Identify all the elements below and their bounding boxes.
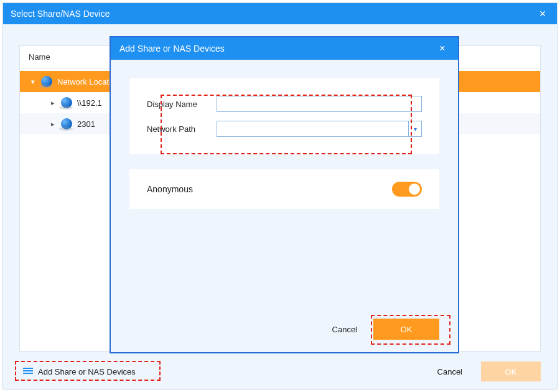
form-panel: Display Name Network Path ▾	[129, 78, 439, 154]
globe-icon	[61, 97, 72, 108]
list-icon	[23, 368, 33, 375]
display-name-label: Display Name	[147, 100, 217, 109]
chevron-down-icon: ▾	[29, 78, 37, 86]
ok-button[interactable]: OK	[481, 362, 541, 381]
add-share-dialog: Add Share or NAS Devices × Display Name …	[110, 36, 459, 353]
add-share-title: Add Share or NAS Devices	[119, 44, 436, 54]
add-share-link[interactable]: Add Share or NAS Devices	[19, 365, 139, 379]
close-icon[interactable]: ×	[536, 7, 549, 21]
tree-item-label: 2301	[77, 119, 95, 129]
globe-icon	[41, 76, 52, 87]
add-share-link-label: Add Share or NAS Devices	[38, 367, 136, 376]
chevron-right-icon: ▸	[49, 99, 57, 107]
tree-item-label: \\192.1	[77, 98, 102, 108]
anonymous-label: Anonymous	[147, 184, 392, 194]
dropdown-icon[interactable]: ▾	[408, 121, 422, 137]
toggle-knob	[409, 184, 420, 195]
select-share-header: Select Share/NAS Device ×	[3, 3, 557, 24]
globe-icon	[61, 118, 72, 129]
anonymous-toggle[interactable]	[392, 182, 422, 197]
anonymous-panel: Anonymous	[129, 169, 439, 209]
network-path-combo: ▾	[217, 121, 422, 137]
network-path-row: Network Path ▾	[147, 121, 422, 137]
cancel-button[interactable]: Cancel	[437, 367, 462, 376]
select-share-footer: Add Share or NAS Devices Cancel OK	[3, 354, 557, 389]
display-name-input[interactable]	[217, 96, 422, 112]
add-share-body: Display Name Network Path ▾ Anonymous	[111, 60, 458, 209]
select-share-title: Select Share/NAS Device	[11, 9, 536, 19]
display-name-row: Display Name	[147, 96, 422, 112]
chevron-right-icon: ▸	[49, 120, 57, 128]
ok-button[interactable]: OK	[373, 319, 439, 340]
cancel-button[interactable]: Cancel	[332, 325, 357, 334]
close-icon[interactable]: ×	[436, 43, 449, 54]
add-share-header: Add Share or NAS Devices ×	[111, 37, 458, 60]
network-path-input[interactable]	[217, 121, 408, 137]
network-path-label: Network Path	[147, 124, 217, 134]
add-share-footer: Cancel OK	[111, 319, 458, 340]
